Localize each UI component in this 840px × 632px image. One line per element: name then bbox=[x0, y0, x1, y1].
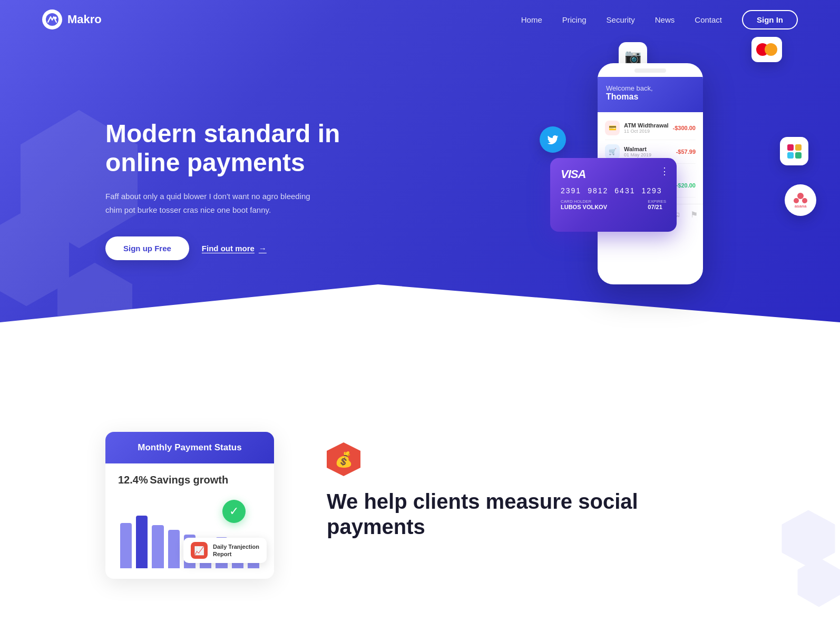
chart-bar bbox=[152, 525, 163, 568]
logo[interactable]: Makro bbox=[42, 9, 102, 29]
phone-flag-icon[interactable]: ⚑ bbox=[690, 210, 698, 222]
payment-card: Monthly Payment Status 12.4% Savings gro… bbox=[105, 432, 274, 579]
chart-area: ✓ 📈 Daily TranjectionReport bbox=[118, 495, 261, 568]
visa-meta: CARD HOLDER LUBOS VOLKOV EXPIRES 07/21 bbox=[561, 199, 666, 210]
visa-card: VISA ⋮ 2391 9812 6431 1293 CARD HOLDER L… bbox=[550, 158, 677, 232]
svg-point-4 bbox=[54, 17, 57, 19]
nav-news[interactable]: News bbox=[655, 15, 675, 24]
tx-icon: 💳 bbox=[605, 121, 620, 135]
phone-header: Welcome back, Thomas bbox=[598, 77, 703, 112]
payment-card-header: Monthly Payment Status bbox=[105, 432, 274, 463]
payment-card-body: 12.4% Savings growth ✓ 📈 Daily Tranjecti… bbox=[105, 463, 274, 579]
daily-report-icon: 📈 bbox=[191, 542, 208, 559]
hero-content: Modern standard in online payments Faff … bbox=[105, 119, 401, 260]
signin-button[interactable]: Sign In bbox=[742, 10, 798, 29]
daily-report-card: 📈 Daily TranjectionReport bbox=[183, 538, 267, 563]
visa-number: 2391 9812 6431 1293 bbox=[561, 186, 666, 195]
phone-notch bbox=[634, 68, 666, 73]
check-badge: ✓ bbox=[222, 500, 246, 523]
svg-marker-8 bbox=[782, 510, 835, 567]
findout-button[interactable]: Find out more → bbox=[202, 244, 267, 253]
phone-username: Thomas bbox=[606, 92, 695, 102]
right-content: 💰 We help clients measure social payment… bbox=[327, 432, 735, 539]
mastercard-float-icon bbox=[751, 37, 782, 62]
twitter-float-icon bbox=[540, 126, 566, 153]
svg-point-5 bbox=[797, 193, 804, 199]
nav-security[interactable]: Security bbox=[607, 15, 635, 24]
nav-home[interactable]: Home bbox=[521, 15, 542, 24]
hero-visual: 📷 asana bbox=[555, 32, 798, 348]
right-title: We help clients measure social payments bbox=[327, 489, 735, 539]
tx-amount: -$300.00 bbox=[673, 125, 696, 131]
hexagon-badge-icon: 💰 bbox=[327, 442, 360, 476]
tx-name: ATM Widthrawal bbox=[624, 122, 673, 129]
svg-marker-9 bbox=[798, 558, 840, 607]
table-row: 💳 ATM Widthrawal 11 Oct 2019 -$300.00 bbox=[605, 116, 696, 140]
logo-icon bbox=[42, 9, 62, 29]
bottom-section: // generate dots inline Monthly Payment … bbox=[0, 390, 840, 610]
visa-menu-icon[interactable]: ⋮ bbox=[660, 165, 669, 177]
svg-point-6 bbox=[794, 198, 799, 203]
hero-section: Makro Home Pricing Security News Contact… bbox=[0, 0, 840, 348]
tx-date: 11 Oct 2019 bbox=[624, 129, 673, 134]
daily-report-text: Daily TranjectionReport bbox=[213, 543, 259, 558]
hero-buttons: Sign up Free Find out more → bbox=[105, 236, 401, 260]
arrow-icon: → bbox=[259, 244, 267, 253]
visa-logo: VISA bbox=[561, 167, 585, 181]
nav-links: Home Pricing Security News Contact Sign … bbox=[521, 10, 798, 29]
svg-point-7 bbox=[802, 198, 807, 203]
tx-date: 01 May 2019 bbox=[624, 152, 676, 157]
signup-button[interactable]: Sign up Free bbox=[105, 236, 189, 260]
asana-float-icon: asana bbox=[785, 184, 816, 216]
tx-name: Walmart bbox=[624, 146, 676, 152]
tx-amount: -$57.99 bbox=[676, 149, 696, 155]
tx-icon: 🛒 bbox=[605, 144, 620, 159]
chart-bar bbox=[120, 523, 132, 568]
hero-title: Modern standard in online payments bbox=[105, 119, 401, 177]
savings-growth: 12.4% Savings growth bbox=[118, 474, 261, 486]
navbar: Makro Home Pricing Security News Contact… bbox=[0, 0, 840, 39]
chart-bar bbox=[136, 516, 148, 568]
nav-contact[interactable]: Contact bbox=[695, 15, 722, 24]
phone-welcome: Welcome back, bbox=[606, 84, 695, 92]
bottom-right-decoration bbox=[777, 505, 840, 610]
brand-name: Makro bbox=[67, 13, 102, 26]
chart-bar bbox=[168, 530, 180, 568]
slack-float-icon bbox=[780, 137, 808, 165]
tx-amount: +$20.00 bbox=[675, 182, 696, 189]
nav-pricing[interactable]: Pricing bbox=[562, 15, 587, 24]
hero-description: Faff about only a quid blower I don't wa… bbox=[105, 190, 327, 216]
spacer bbox=[0, 348, 840, 390]
